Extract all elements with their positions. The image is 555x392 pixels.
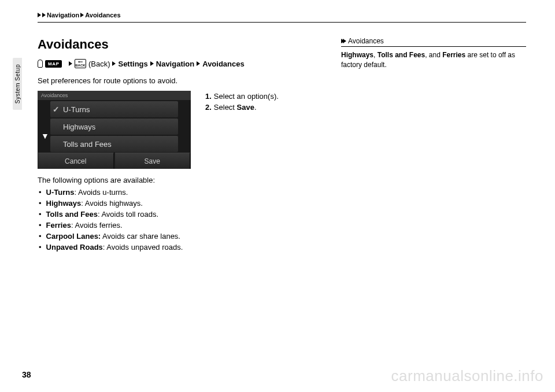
option-item: Highways: Avoids highways.: [38, 199, 321, 208]
side-note-title: Avoidances: [348, 37, 384, 45]
options-list: U-Turns: Avoids u-turns. Highways: Avoid…: [38, 188, 321, 252]
option-item: Tolls and Fees: Avoids toll roads.: [38, 210, 321, 219]
option-item: U-Turns: Avoids u-turns.: [38, 188, 321, 197]
section-tab-label: System Setup: [14, 64, 21, 103]
nav-path: MAP BACK (Back) Settings Navigation Avoi…: [38, 59, 321, 68]
screenshot-row: Tolls and Fees: [50, 136, 178, 152]
page-number: 38: [22, 370, 31, 379]
watermark: carmanualsonline.info: [391, 367, 543, 385]
page-title: Avoidances: [38, 37, 321, 52]
breadcrumb-seg: Avoidances: [85, 12, 120, 19]
nav-path-seg: Settings: [118, 60, 147, 68]
option-item: Unpaved Roads: Avoids unpaved roads.: [38, 243, 321, 252]
back-button-icon: BACK: [75, 59, 86, 68]
option-item: Ferries: Avoids ferries.: [38, 221, 321, 230]
option-item: Carpool Lanes: Avoids car share lanes.: [38, 232, 321, 241]
side-note-body: Highways, Tolls and Fees, and Ferries ar…: [341, 50, 526, 70]
step-item: 2. Select Save.: [205, 103, 279, 112]
side-note-header: Avoidances: [341, 37, 526, 47]
step-text: Select Save.: [214, 103, 257, 112]
chevron-right-icon: [150, 61, 154, 66]
steps-list: 1. Select an option(s). 2. Select Save.: [205, 91, 279, 169]
screenshot-row: Highways: [50, 119, 178, 135]
chevron-right-icon: [197, 61, 200, 66]
options-intro: The following options are available:: [38, 176, 321, 184]
intro-text: Set preferences for route options to avo…: [38, 76, 321, 85]
nav-path-seg: Navigation: [156, 60, 194, 68]
chevron-right-icon: [69, 61, 72, 66]
ui-screenshot: Avoidances U-Turns Highways Tolls and Fe…: [38, 91, 191, 169]
step-item: 1. Select an option(s).: [205, 92, 279, 101]
map-button-icon: MAP: [45, 60, 62, 68]
step-number: 2.: [205, 103, 212, 112]
chevron-right-icon: [112, 61, 116, 66]
screenshot-row: U-Turns: [50, 101, 178, 117]
chevron-right-icon: [42, 13, 46, 17]
breadcrumb: Navigation Avoidances: [38, 12, 526, 23]
chevron-right-icon: [38, 13, 41, 17]
section-tab: System Setup: [13, 58, 22, 110]
step-text: Select an option(s).: [214, 92, 279, 101]
double-chevron-icon: [341, 39, 346, 43]
screenshot-save-button: Save: [115, 153, 191, 169]
breadcrumb-seg: Navigation: [47, 12, 79, 19]
down-arrow-icon: ▼: [41, 131, 49, 140]
step-number: 1.: [205, 92, 212, 101]
nav-path-back-text: (Back): [88, 60, 110, 68]
screenshot-header: Avoidances: [38, 91, 191, 100]
screenshot-cancel-button: Cancel: [38, 153, 114, 169]
hand-icon: [38, 60, 43, 68]
chevron-right-icon: [80, 13, 84, 17]
nav-path-seg: Avoidances: [202, 60, 245, 68]
